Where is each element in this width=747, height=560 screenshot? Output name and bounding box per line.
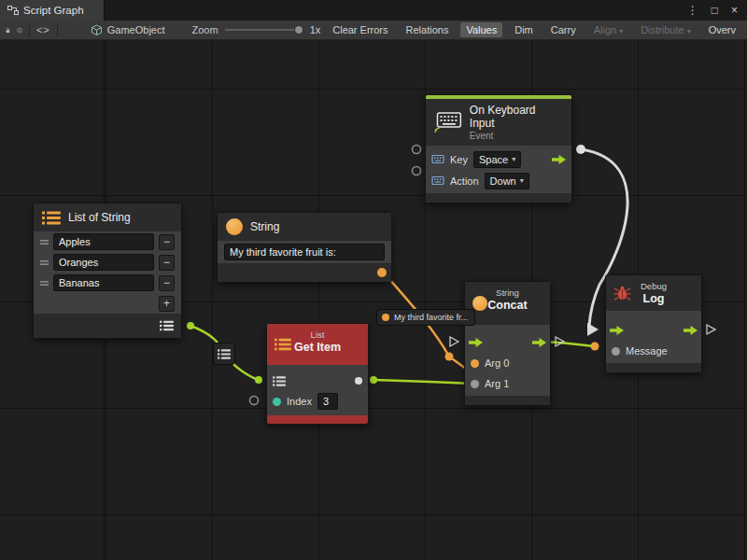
maximize-icon[interactable]: □: [712, 4, 718, 17]
node-on-keyboard-input[interactable]: On Keyboard Input Event Key Space▾: [425, 94, 572, 203]
string-value-field[interactable]: My third favorite fruit is:: [224, 244, 385, 260]
control-flow-row: [606, 320, 701, 341]
list-item-field[interactable]: Apples: [53, 233, 154, 250]
node-log[interactable]: Debug Log Message: [605, 274, 702, 373]
node-title: On Keyboard Input: [470, 104, 563, 130]
node-body: Index 3: [267, 365, 368, 415]
key-type-icon: [431, 154, 444, 164]
bug-icon: [613, 285, 631, 301]
wire-port-dot[interactable]: [255, 376, 262, 384]
control-input-port[interactable]: [469, 338, 483, 347]
wire-getitem-to-concat[interactable]: [374, 380, 472, 384]
list-output-port[interactable]: [160, 321, 174, 331]
drag-handle-icon[interactable]: [40, 280, 49, 287]
action-dropdown[interactable]: Down▾: [485, 173, 529, 189]
item-output-port[interactable]: [355, 377, 362, 385]
port-row-list: [267, 371, 368, 391]
wire-concat-to-log[interactable]: [543, 342, 594, 346]
port-row-message: Message: [606, 341, 701, 361]
port-row-action: Action Down▾: [426, 170, 571, 191]
node-get-item[interactable]: List Get Item Index 3: [266, 323, 369, 425]
chevron-down-icon: ▾: [619, 27, 623, 35]
remove-item-button[interactable]: −: [159, 275, 175, 291]
list-input-port[interactable]: [273, 376, 286, 386]
arg1-input-port[interactable]: [471, 380, 479, 388]
list-item-row: Oranges −: [34, 252, 181, 273]
wire-start-dot[interactable]: [576, 145, 585, 154]
list-item-field[interactable]: Bananas: [53, 274, 154, 291]
control-output-port[interactable]: [552, 155, 566, 164]
index-field[interactable]: 3: [317, 393, 338, 410]
action-label: Action: [450, 175, 479, 187]
flow-triangle-icon[interactable]: [707, 325, 715, 334]
tab-title: Script Graph: [23, 5, 84, 16]
arg0-input-port[interactable]: [471, 359, 479, 368]
node-title: String: [250, 220, 279, 233]
relations-button[interactable]: Relations: [401, 22, 455, 37]
input-port-circle[interactable]: [413, 167, 421, 175]
menu-icon[interactable]: ⋮: [687, 4, 698, 17]
graph-canvas[interactable]: On Keyboard Input Event Key Space▾: [0, 40, 747, 560]
node-footer: [426, 193, 571, 203]
node-header: List Get Item: [267, 324, 368, 365]
edit-script-icon[interactable]: <>: [36, 24, 50, 35]
control-flow-row: [465, 332, 550, 353]
list-item-field[interactable]: Oranges: [53, 254, 154, 271]
string-output-port[interactable]: [377, 268, 387, 277]
wire-arrowhead-icon: [587, 323, 599, 336]
info-icon[interactable]: [17, 24, 22, 36]
index-input-port[interactable]: [273, 398, 281, 406]
align-button[interactable]: Align▾: [588, 22, 628, 37]
wire-port-dot[interactable]: [187, 322, 194, 329]
action-type-icon: [431, 175, 444, 186]
node-body: Key Space▾ Action Down▾: [426, 146, 571, 193]
overview-button[interactable]: Overv: [703, 22, 741, 37]
clear-errors-button[interactable]: Clear Errors: [327, 22, 393, 37]
distribute-button[interactable]: Distribute▾: [635, 22, 696, 37]
wire-port-dot[interactable]: [370, 376, 377, 384]
lock-icon[interactable]: [6, 24, 10, 36]
key-dropdown[interactable]: Space▾: [473, 151, 521, 168]
zoom-value: 1x: [310, 24, 321, 35]
list-icon: [275, 338, 291, 351]
close-icon[interactable]: ×: [731, 4, 738, 17]
node-list-of-string[interactable]: List of String Apples − Oranges − Banana…: [33, 203, 182, 339]
wire-value-text: My third favorite fr...: [394, 313, 468, 322]
node-header: Debug Log: [606, 275, 701, 311]
add-item-button[interactable]: +: [159, 296, 175, 312]
input-port-circle[interactable]: [413, 146, 421, 154]
node-concat[interactable]: String Concat Arg 0 Arg 1: [464, 281, 551, 406]
input-port-circle[interactable]: [250, 397, 259, 405]
message-input-port[interactable]: [612, 347, 620, 356]
control-output-port[interactable]: [532, 338, 546, 347]
wire-port-dot[interactable]: [445, 353, 454, 361]
window-controls: ⋮ □ ×: [687, 0, 747, 21]
wire-value-badge-string: My third favorite fr...: [376, 309, 475, 326]
control-output-port[interactable]: [684, 326, 698, 335]
list-icon: [218, 349, 231, 359]
control-input-port[interactable]: [610, 326, 624, 335]
remove-item-button[interactable]: −: [159, 255, 175, 271]
node-string-literal[interactable]: String My third favorite fruit is:: [217, 212, 392, 283]
drag-handle-icon[interactable]: [40, 259, 49, 266]
string-type-icon: [226, 218, 243, 235]
remove-item-button[interactable]: −: [159, 234, 175, 250]
graph-toolbar: <> GameObject Zoom 1x Clear Errors Relat…: [0, 21, 747, 40]
message-label: Message: [626, 345, 668, 357]
dim-button[interactable]: Dim: [509, 22, 539, 37]
wire-port-dot[interactable]: [591, 343, 599, 351]
carry-button[interactable]: Carry: [545, 22, 582, 37]
zoom-slider[interactable]: [225, 24, 303, 35]
zoom-slider-track[interactable]: [225, 29, 303, 31]
values-button[interactable]: Values: [460, 22, 502, 37]
arg1-label: Arg 1: [485, 378, 509, 389]
gameobject-selector[interactable]: GameObject: [91, 24, 165, 36]
toolbar-divider: [29, 24, 30, 36]
flow-triangle-icon[interactable]: [450, 337, 458, 346]
drag-handle-icon[interactable]: [40, 239, 49, 245]
chevron-down-icon: ▾: [520, 175, 524, 188]
node-body: Apples − Oranges − Bananas − +: [34, 231, 181, 314]
tab-script-graph[interactable]: Script Graph: [0, 0, 105, 21]
key-label: Key: [450, 154, 468, 165]
zoom-slider-knob[interactable]: [294, 25, 303, 35]
